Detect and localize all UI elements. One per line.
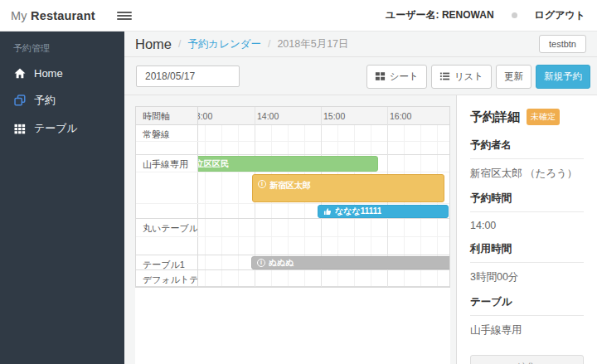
grid-icon xyxy=(13,123,26,134)
detail-section-duration: 利用時間 3時間00分 xyxy=(470,242,584,284)
row-label xyxy=(136,237,198,255)
detail-value: 14:00 xyxy=(470,220,584,231)
avatar-dot xyxy=(512,12,517,18)
list-icon xyxy=(439,71,450,81)
user-name-label: ユーザー名: RENOWAN xyxy=(386,8,494,22)
detail-heading: 予約者名 xyxy=(470,138,584,159)
reservation-bar[interactable]: iぬぬぬ xyxy=(251,256,449,269)
sheet-view-button[interactable]: シート xyxy=(366,65,427,89)
hamburger-menu-icon[interactable] xyxy=(117,10,132,22)
time-label: 15:00 xyxy=(323,111,345,121)
sheet-button-label: シート xyxy=(390,70,419,83)
breadcrumb-current-date: 2018年5月17日 xyxy=(277,37,348,51)
bar-label: 新宿区太郎 xyxy=(269,180,311,192)
detail-section-table: テーブル 山手線専用 xyxy=(470,295,584,337)
row-label: デフォルトテーブル xyxy=(136,270,198,286)
edit-button[interactable]: 編集 xyxy=(470,355,584,364)
reservation-bar[interactable]: i新宿区太郎 xyxy=(252,174,444,202)
row-label xyxy=(136,172,198,203)
scheduler-panel: 時間軸 常磐線山手線専用丸いテーブルテーブル1デフォルトテーブル13:0014:… xyxy=(135,106,450,364)
detail-heading: 予約時間 xyxy=(470,192,584,212)
row-label xyxy=(136,204,198,218)
sidebar-item-reservation[interactable]: 予約 xyxy=(0,86,124,114)
breadcrumb-separator: / xyxy=(268,38,270,50)
reservation-detail-panel: 予約詳細 未確定 予約者名 新宿区太郎 （たろう） 予約時間 14:00 利用時… xyxy=(456,95,597,364)
bar-label: 足立区区民 xyxy=(198,158,229,170)
app-brand: My Restaurant xyxy=(11,9,95,22)
sidebar-item-table[interactable]: テーブル xyxy=(0,114,124,143)
breadcrumb-home[interactable]: Home xyxy=(135,36,172,52)
new-reservation-label: 新規予約 xyxy=(544,70,582,83)
detail-value: 3時間00分 xyxy=(470,270,584,284)
test-button[interactable]: testbtn xyxy=(539,35,586,53)
logout-link[interactable]: ログアウト xyxy=(535,8,585,22)
list-view-button[interactable]: リスト xyxy=(431,65,492,89)
sidebar-item-label: テーブル xyxy=(34,121,78,136)
row-label: 常磐線 xyxy=(136,125,198,141)
sheet-icon xyxy=(375,71,386,81)
sidebar-section-header: 予約管理 xyxy=(0,32,124,61)
detail-heading: 利用時間 xyxy=(470,242,584,263)
info-icon: i xyxy=(257,259,265,267)
toolbar: シート リスト 更新 新規予約 xyxy=(124,58,597,95)
row-label: 丸いテーブル xyxy=(136,219,198,236)
time-label: 14:00 xyxy=(257,111,279,121)
breadcrumb-separator: / xyxy=(178,38,181,50)
refresh-button[interactable]: 更新 xyxy=(496,65,531,89)
detail-heading: テーブル xyxy=(470,295,584,316)
date-input[interactable] xyxy=(136,66,240,87)
row-label: テーブル1 xyxy=(136,255,198,269)
breadcrumb: Home / 予約カレンダー / 2018年5月17日 testbtn xyxy=(124,32,597,57)
breadcrumb-calendar-link[interactable]: 予約カレンダー xyxy=(187,37,261,51)
detail-section-time: 予約時間 14:00 xyxy=(470,192,584,231)
refresh-button-label: 更新 xyxy=(504,70,523,83)
time-axis-label: 時間軸 xyxy=(136,107,198,124)
new-reservation-button[interactable]: 新規予約 xyxy=(536,65,590,89)
detail-value: 新宿区太郎 （たろう） xyxy=(470,167,584,181)
time-label: 16:00 xyxy=(390,111,411,121)
row-label xyxy=(136,142,198,154)
clone-icon xyxy=(13,95,26,106)
brand-regular: My xyxy=(11,9,27,22)
bar-label: ぬぬぬ xyxy=(269,257,294,269)
row-label: 山手線専用 xyxy=(136,155,198,172)
status-badge: 未確定 xyxy=(527,109,560,125)
sidebar-item-label: 予約 xyxy=(34,93,56,108)
list-button-label: リスト xyxy=(454,70,483,83)
top-navbar: My Restaurant ユーザー名: RENOWAN ログアウト xyxy=(0,0,597,32)
detail-panel-title: 予約詳細 xyxy=(470,109,520,125)
sidebar-item-home[interactable]: Home xyxy=(0,61,124,86)
reservation-bar[interactable]: ななな11111 xyxy=(318,205,449,218)
info-icon: i xyxy=(258,180,266,188)
sidebar-item-label: Home xyxy=(34,67,63,80)
scheduler-grid: 時間軸 常磐線山手線専用丸いテーブルテーブル1デフォルトテーブル13:0014:… xyxy=(135,106,450,288)
scheduler-overlay: 13:0014:0015:0016:00足立区区民i新宿区太郎ななな11111i… xyxy=(198,107,449,287)
detail-section-name: 予約者名 新宿区太郎 （たろう） xyxy=(470,138,584,181)
brand-bold: Restaurant xyxy=(31,9,95,22)
detail-value: 山手線専用 xyxy=(470,323,584,337)
sidebar: 予約管理 Home 予約 テーブル xyxy=(0,32,124,364)
home-icon xyxy=(13,68,26,80)
reservation-bar[interactable]: 足立区区民 xyxy=(198,156,378,172)
thumb-icon xyxy=(323,207,332,216)
bar-label: ななな11111 xyxy=(335,206,381,217)
time-label: 13:00 xyxy=(198,111,212,121)
